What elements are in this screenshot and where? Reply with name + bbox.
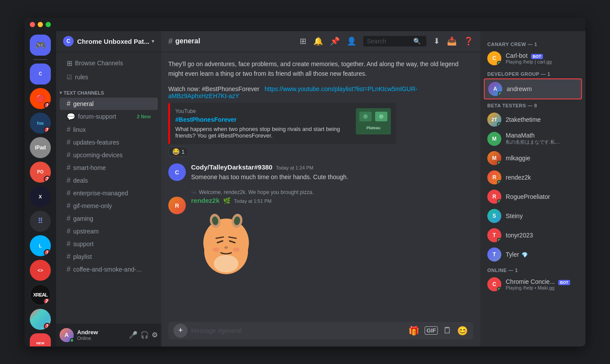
bot-tag-chromie: BOT: [558, 280, 570, 285]
member-item-2takethetime[interactable]: 2T 2takethetime: [484, 110, 582, 129]
online-indicator-mlkaggie: [497, 161, 501, 165]
embed-title[interactable]: #BestPhonesForever: [175, 116, 351, 123]
member-item-steiny[interactable]: S Steiny: [484, 206, 582, 226]
server-icon-power[interactable]: PO 2: [30, 162, 51, 183]
threads-icon[interactable]: ⊞: [300, 36, 306, 46]
embed-card: YouTube #BestPhonesForever What happens …: [168, 103, 396, 144]
server-header[interactable]: C Chrome Unboxed Pat... ▾: [56, 31, 161, 52]
member-item-tyler[interactable]: T Tyler 💎: [484, 245, 582, 264]
server-icon-xreal[interactable]: X: [30, 186, 51, 207]
channel-item-updates-features[interactable]: # updates-features: [60, 136, 158, 148]
add-attachment-button[interactable]: +: [174, 324, 188, 338]
channel-item-upcoming-devices[interactable]: # upcoming-devices: [60, 149, 158, 161]
channel-item-gaming[interactable]: # gaming: [60, 212, 158, 225]
text-channels-header[interactable]: ▾ TEXT CHANNELS: [56, 83, 161, 97]
search-input[interactable]: [367, 38, 411, 45]
server-icon-main[interactable]: C: [30, 64, 51, 85]
message-input[interactable]: [191, 322, 405, 339]
member-item-tonyr2023[interactable]: T tonyr2023: [484, 226, 582, 245]
member-item-manamath[interactable]: M ManaMath 私の名前はまなです.私は日本...: [484, 129, 582, 148]
download-icon[interactable]: ⬇: [433, 36, 440, 46]
svg-point-18: [233, 247, 240, 252]
close-button[interactable]: [30, 22, 35, 27]
gem-icon: 💎: [521, 252, 528, 258]
channel-label: linux: [73, 126, 86, 133]
channel-item-general[interactable]: # general: [60, 98, 158, 110]
member-item-mlkaggie[interactable]: M mlkaggie: [484, 148, 582, 168]
emoji-icon[interactable]: 😊: [457, 325, 468, 336]
member-item-andrewm[interactable]: A andrewm: [484, 78, 582, 99]
server-icon-discord-home[interactable]: 🎮: [30, 35, 51, 56]
server-icon-ipad[interactable]: iPad: [30, 137, 51, 158]
server-icon-color[interactable]: 1: [30, 309, 51, 330]
hash-icon: #: [67, 215, 71, 223]
notifications-icon[interactable]: 🔔: [313, 36, 323, 46]
channel-list: ⊞ Browse Channels ☑ rules ▾ TEXT CHANNEL…: [56, 52, 161, 324]
embed-thumbnail: Plateau: [356, 108, 391, 134]
channel-sidebar: C Chrome Unboxed Pat... ▾ ⊞ Browse Chann…: [56, 31, 161, 346]
hash-icon: #: [67, 177, 71, 184]
bot-tag: BOT: [531, 54, 543, 59]
forum-icon: 💬: [67, 113, 75, 121]
server-icon-code[interactable]: <>: [30, 260, 51, 281]
server-icon-logi[interactable]: L 1: [30, 235, 51, 256]
channel-item-gif-meme-only[interactable]: # gif-meme-only: [60, 200, 158, 212]
rules-channel-item[interactable]: ☑ rules: [60, 71, 158, 83]
channel-item-coffee[interactable]: # coffee-and-smoke-and-...: [60, 263, 158, 276]
member-item-carl-bot[interactable]: C Carl-bot BOT Playing /help | carl.gg: [484, 49, 582, 68]
channel-label: upstream: [73, 228, 99, 235]
section-header-canary-crew: CANARY CREW — 1: [484, 38, 582, 49]
server-divider: [33, 59, 47, 60]
channel-item-enterprise-managed[interactable]: # enterprise-managed: [60, 187, 158, 199]
user-area: A Andrew Online 🎤 🎧 ⚙: [56, 324, 161, 346]
search-bar[interactable]: 🔍: [363, 36, 426, 46]
channel-item-support[interactable]: # support: [60, 238, 158, 250]
online-indicator-tonyr: [497, 238, 501, 242]
help-icon[interactable]: ❓: [464, 36, 473, 46]
playlist-link[interactable]: https://www.youtube.com/playlist?list=PL…: [168, 85, 418, 99]
browse-channels-item[interactable]: ⊞ Browse Channels: [60, 56, 158, 71]
member-item-rendez2k[interactable]: R rendez2k: [484, 168, 582, 187]
server-icon-hw[interactable]: hw 1: [30, 113, 51, 134]
minimize-button[interactable]: [38, 22, 43, 27]
member-item-chromie-concie[interactable]: C Chromie Concie... BOT Playing /help • …: [484, 275, 582, 294]
channel-item-smart-home[interactable]: # smart-home: [60, 162, 158, 174]
message-author-rendez2k: rendez2k: [191, 197, 220, 204]
server-icon-new[interactable]: NEW: [30, 333, 51, 346]
badge-hw: 1: [44, 127, 51, 134]
channel-item-playlist[interactable]: # playlist: [60, 251, 158, 263]
channel-item-upstream[interactable]: # upstream: [60, 225, 158, 237]
channel-item-forum-support[interactable]: 💬 forum-support 2 New: [60, 110, 158, 123]
server-sidebar: 🎮 C 🔴 1 hw 1 iPad PO 2 X ⠿ L 1: [25, 31, 56, 346]
channel-header: # general ⊞ 🔔 📌 👤 🔍 ⬇ 📥 ❓: [161, 31, 480, 52]
member-avatar-rendez2k: R: [487, 170, 501, 184]
pinned-icon[interactable]: 📌: [330, 36, 340, 46]
badge-logi: 1: [44, 249, 51, 256]
new-tag: 2 New: [137, 114, 151, 119]
deafen-button[interactable]: 🎧: [140, 331, 149, 339]
channel-item-linux[interactable]: # linux: [60, 124, 158, 136]
member-item-rogueproeliator[interactable]: R RogueProeliator: [484, 187, 582, 206]
maximize-button[interactable]: [46, 22, 51, 27]
mute-button[interactable]: 🎤: [129, 331, 138, 339]
messages-area: They'll go on adventures, face problems,…: [161, 52, 480, 315]
sticker-icon[interactable]: 🗒: [443, 325, 452, 336]
channel-item-deals[interactable]: # deals: [60, 174, 158, 187]
svg-point-5: [379, 114, 383, 119]
sticker-container: [191, 208, 261, 278]
members-icon[interactable]: 👤: [347, 36, 356, 46]
server-icon-xreal2[interactable]: XREAL 2: [30, 284, 51, 305]
message-header-rendez2k: rendez2k 🌿 Today at 1:51 PM: [191, 197, 473, 204]
channel-label: updates-features: [73, 139, 119, 146]
channel-label: forum-support: [78, 113, 116, 120]
gif-icon[interactable]: GIF: [425, 326, 438, 335]
hash-icon: #: [67, 151, 71, 159]
reaction-laughing[interactable]: 😂 1: [168, 147, 188, 156]
server-icon-dots[interactable]: ⠿: [30, 211, 51, 232]
settings-button[interactable]: ⚙: [152, 331, 158, 339]
online-indicator: [497, 61, 501, 65]
server-icon-reddit[interactable]: 🔴 1: [30, 88, 51, 109]
inbox-icon[interactable]: 📥: [447, 36, 457, 46]
member-info-chromie: Chromie Concie... BOT Playing /help • Ma…: [506, 278, 578, 290]
gift-icon[interactable]: 🎁: [408, 325, 419, 336]
